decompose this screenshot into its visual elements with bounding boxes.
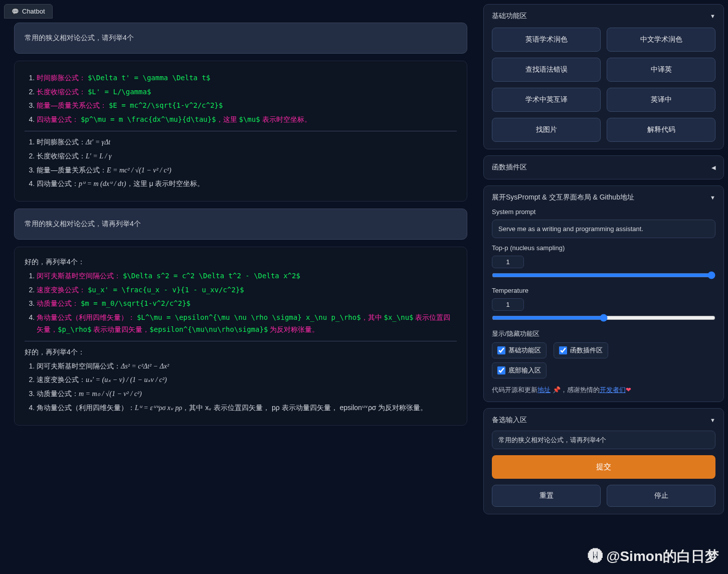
list-item: 四动量公式： $p^\mu = m \frac{dx^\mu}{d\tau}$，… bbox=[37, 114, 457, 126]
top-p-label: Top-p (nucleus sampling) bbox=[492, 244, 715, 252]
chk-bottom-input[interactable]: 底部输入区 bbox=[492, 362, 547, 378]
input-panel: 备选输入区 ▼ 提交 重置 停止 bbox=[483, 408, 724, 514]
user-message-2: 常用的狭义相对论公式，请再列举4个 bbox=[14, 209, 467, 240]
list-item: 闵可夫斯基时空间隔公式： $\Delta s^2 = c^2 \Delta t^… bbox=[37, 270, 457, 282]
checkbox-icon[interactable] bbox=[559, 346, 567, 354]
stop-button[interactable]: 停止 bbox=[607, 485, 715, 507]
tab-chatbot[interactable]: 💬 Chatbot bbox=[4, 4, 53, 19]
list-item: 速度变换公式：uₓ′ = (uₓ − v) / (1 − uₓv / c²) bbox=[37, 374, 457, 386]
top-p-slider[interactable] bbox=[492, 271, 715, 279]
pushpin-icon: 📌 bbox=[553, 386, 561, 394]
formula-list-raw: 闵可夫斯基时空间隔公式： $\Delta s^2 = c^2 \Delta t^… bbox=[25, 270, 457, 336]
panel-title: 基础功能区 bbox=[492, 12, 527, 21]
heart-icon: ❤ bbox=[626, 386, 631, 394]
temperature-slider[interactable] bbox=[492, 314, 715, 322]
divider bbox=[25, 341, 457, 341]
fn-btn-cn2en[interactable]: 中译英 bbox=[607, 58, 715, 82]
list-item: 闵可夫斯基时空间隔公式：Δs² = c²Δt² − Δx² bbox=[37, 360, 457, 372]
prompt-input[interactable] bbox=[492, 431, 715, 449]
toggle-label: 显示/隐藏功能区 bbox=[492, 329, 715, 338]
temperature-value[interactable]: 1 bbox=[492, 298, 524, 311]
chat-scroll[interactable]: 常用的狭义相对论公式，请列举4个 时间膨胀公式： $\Delta t' = \g… bbox=[4, 23, 477, 570]
panel-title: 备选输入区 bbox=[492, 416, 527, 425]
list-item: 角动量公式（利用四维矢量）：Lᵘ = εᵘᵛρσ xᵥ pρ，其中 xᵥ 表示位… bbox=[37, 402, 457, 414]
chk-plugins[interactable]: 函数插件区 bbox=[554, 342, 608, 358]
fn-btn-find-image[interactable]: 找图片 bbox=[492, 118, 601, 142]
user-message-1: 常用的狭义相对论公式，请列举4个 bbox=[14, 23, 467, 54]
advanced-panel: 展开SysPrompt & 交互界面布局 & Github地址 ▼ System… bbox=[483, 185, 724, 402]
checkbox-icon[interactable] bbox=[497, 346, 505, 354]
input-panel-header[interactable]: 备选输入区 ▼ bbox=[492, 416, 715, 425]
tab-label: Chatbot bbox=[22, 8, 45, 15]
plugins-panel: 函数插件区 ◀ bbox=[483, 155, 724, 179]
bot-message-1: 时间膨胀公式： $\Delta t' = \gamma \Delta t$ 长度… bbox=[14, 61, 467, 202]
temperature-label: Temperature bbox=[492, 287, 715, 294]
list-item: 长度收缩公式：L′ = L / γ bbox=[37, 150, 457, 162]
list-item: 速度变换公式： $u_x' = \frac{u_x - v}{1 - u_xv/… bbox=[37, 284, 457, 296]
intro-text: 好的，再列举4个： bbox=[25, 256, 457, 268]
list-item: 角动量公式（利用四维矢量）： $L^\mu = \epsilon^{\mu \n… bbox=[37, 312, 457, 336]
basic-functions-panel: 基础功能区 ▼ 英语学术润色 中文学术润色 查找语法错误 中译英 学术中英互译 … bbox=[483, 4, 724, 149]
divider bbox=[25, 131, 457, 131]
list-item: 长度收缩公式： $L' = L/\gamma$ bbox=[37, 86, 457, 98]
chat-icon: 💬 bbox=[12, 8, 19, 15]
formula-list-rendered: 闵可夫斯基时空间隔公式：Δs² = c²Δt² − Δx² 速度变换公式：uₓ′… bbox=[25, 360, 457, 414]
user-text: 常用的狭义相对论公式，请再列举4个 bbox=[25, 220, 141, 228]
chevron-left-icon: ◀ bbox=[711, 164, 715, 171]
fn-btn-grammar[interactable]: 查找语法错误 bbox=[492, 58, 601, 82]
list-item: 时间膨胀公式： $\Delta t' = \gamma \Delta t$ bbox=[37, 72, 457, 84]
fn-btn-en2cn[interactable]: 英译中 bbox=[607, 88, 715, 112]
advanced-panel-header[interactable]: 展开SysPrompt & 交互界面布局 & Github地址 ▼ bbox=[492, 193, 715, 202]
chevron-down-icon: ▼ bbox=[710, 13, 715, 19]
fn-btn-en-polish[interactable]: 英语学术润色 bbox=[492, 28, 601, 52]
bot-message-2: 好的，再列举4个： 闵可夫斯基时空间隔公式： $\Delta s^2 = c^2… bbox=[14, 247, 467, 426]
contributors-link[interactable]: 开发者们 bbox=[600, 386, 626, 394]
repo-link[interactable]: 地址 bbox=[537, 386, 551, 394]
formula-list-rendered: 时间膨胀公式：Δt′ = γΔt 长度收缩公式：L′ = L / γ 能量—质量… bbox=[25, 136, 457, 190]
panel-title: 展开SysPrompt & 交互界面布局 & Github地址 bbox=[492, 193, 634, 202]
user-text: 常用的狭义相对论公式，请列举4个 bbox=[25, 34, 134, 42]
reset-button[interactable]: 重置 bbox=[492, 485, 601, 507]
chevron-down-icon: ▼ bbox=[710, 195, 715, 201]
system-prompt-input[interactable] bbox=[492, 220, 715, 238]
basic-panel-header[interactable]: 基础功能区 ▼ bbox=[492, 12, 715, 21]
fn-btn-acad-trans[interactable]: 学术中英互译 bbox=[492, 88, 601, 112]
tab-bar: 💬 Chatbot bbox=[4, 4, 477, 19]
system-prompt-label: System prompt bbox=[492, 208, 715, 216]
list-item: 四动量公式：pᵘ = m (dxᵘ / dτ)，这里 μ 表示时空坐标。 bbox=[37, 178, 457, 190]
fn-btn-explain-code[interactable]: 解释代码 bbox=[607, 118, 715, 142]
submit-button[interactable]: 提交 bbox=[492, 455, 715, 479]
panel-title: 函数插件区 bbox=[492, 163, 527, 172]
list-item: 能量—质量关系公式：E = mc² / √(1 − v² / c²) bbox=[37, 164, 457, 176]
fn-btn-cn-polish[interactable]: 中文学术润色 bbox=[607, 28, 715, 52]
plugins-panel-header[interactable]: 函数插件区 ◀ bbox=[492, 163, 715, 172]
chevron-down-icon: ▼ bbox=[710, 417, 715, 423]
formula-list-raw: 时间膨胀公式： $\Delta t' = \gamma \Delta t$ 长度… bbox=[25, 72, 457, 126]
list-item: 动质量公式：m = m₀ / √(1 − v² / c²) bbox=[37, 388, 457, 400]
checkbox-icon[interactable] bbox=[497, 366, 505, 374]
list-item: 能量—质量关系公式： $E = mc^2/\sqrt{1-v^2/c^2}$ bbox=[37, 100, 457, 112]
intro-text: 好的，再列举4个： bbox=[25, 346, 457, 358]
top-p-value[interactable]: 1 bbox=[492, 256, 524, 268]
list-item: 时间膨胀公式：Δt′ = γΔt bbox=[37, 136, 457, 148]
footer-note: 代码开源和更新地址 📌，感谢热情的开发者们❤ bbox=[492, 386, 715, 395]
list-item: 动质量公式： $m = m_0/\sqrt{1-v^2/c^2}$ bbox=[37, 298, 457, 310]
chk-basic[interactable]: 基础功能区 bbox=[492, 342, 547, 358]
